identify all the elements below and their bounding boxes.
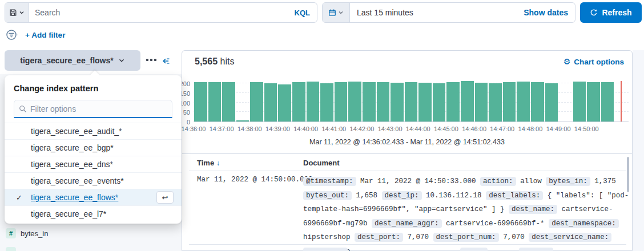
- hits-label: hits: [220, 56, 235, 66]
- histogram-bar[interactable]: [222, 82, 235, 122]
- saved-query-menu-button[interactable]: [5, 3, 29, 22]
- x-axis-tick-label: 14:43:00: [378, 126, 402, 132]
- change-index-pattern-popover: Change index pattern tigera_secure_ee_au…: [5, 75, 182, 224]
- histogram-bar[interactable]: [250, 82, 263, 122]
- check-icon: ✓: [16, 193, 22, 202]
- table-scrollbar[interactable]: [627, 157, 629, 192]
- show-dates-link[interactable]: Show dates: [524, 8, 568, 17]
- histogram-bar[interactable]: [278, 84, 291, 122]
- column-header-document: Document: [303, 159, 340, 167]
- time-range-value[interactable]: Last 15 minutes: [357, 8, 524, 17]
- histogram-bar[interactable]: [208, 82, 222, 122]
- histogram-bar[interactable]: [587, 82, 600, 122]
- boxes-horizontal-icon[interactable]: [146, 59, 156, 61]
- document-field-name: dest_name:: [509, 205, 557, 214]
- add-filter-link[interactable]: + Add filter: [25, 31, 65, 39]
- histogram-bar[interactable]: [531, 82, 544, 122]
- chart-options-link[interactable]: ⚙ Chart options: [564, 57, 624, 66]
- search-input[interactable]: [29, 3, 288, 22]
- global-filter-icon[interactable]: [6, 29, 18, 41]
- divider: [182, 153, 632, 154]
- x-axis-tick-label: 14:40:00: [293, 126, 318, 132]
- return-key-icon: ↩: [156, 191, 174, 204]
- histogram-bar[interactable]: [573, 82, 586, 122]
- histogram-bar[interactable]: [292, 82, 305, 122]
- field-name: bytes_in: [21, 229, 48, 238]
- histogram-bar[interactable]: [545, 83, 558, 122]
- histogram-bar[interactable]: [320, 83, 333, 122]
- histogram-bar[interactable]: [335, 82, 348, 122]
- index-pattern-filter-input[interactable]: [30, 104, 167, 114]
- index-pattern-option-label: tigera_secure_ee_events*: [31, 176, 124, 185]
- time-range-caption: Mar 11, 2022 @ 14:36:02.433 - Mar 11, 20…: [182, 138, 632, 146]
- row-time-cell: Mar 11, 2022 @ 14:50:00.000: [197, 176, 313, 184]
- index-pattern-option-label: tigera_secure_ee_dns*: [31, 160, 113, 169]
- sidebar-field-bytes-in[interactable]: # bytes_in: [6, 228, 48, 238]
- query-bar: KQL: [5, 2, 317, 23]
- discover-results-panel: 5,565 hits ⚙ Chart options 2001501005001…: [182, 50, 633, 251]
- x-axis-tick-label: 14:37:00: [210, 126, 234, 132]
- hits-count: 5,565 hits: [195, 56, 234, 67]
- histogram-bar[interactable]: [391, 83, 404, 122]
- histogram-bar[interactable]: [475, 83, 488, 122]
- document-field-value: allow: [520, 177, 542, 185]
- chevron-down-icon: [338, 10, 344, 15]
- column-header-time-label: Time: [197, 159, 214, 167]
- index-pattern-option[interactable]: tigera_secure_ee_audit_*: [5, 123, 182, 139]
- current-time-marker: [621, 81, 622, 122]
- histogram-bar[interactable]: [601, 82, 614, 122]
- refresh-button-label: Refresh: [602, 8, 631, 17]
- x-axis-tick-label: 14:47:00: [490, 126, 514, 132]
- index-pattern-option[interactable]: tigera_secure_ee_l7*: [5, 205, 182, 222]
- gear-icon: ⚙: [564, 57, 571, 66]
- refresh-button[interactable]: Refresh: [580, 2, 642, 23]
- document-field-name: dest_port:: [355, 233, 403, 242]
- index-pattern-switcher-button[interactable]: tigera_secure_ee_flows*: [5, 50, 140, 71]
- document-field-value: 10.136.112.18: [426, 192, 482, 200]
- histogram-bar[interactable]: [363, 82, 376, 122]
- next-row-field-badge: [303, 248, 348, 251]
- x-axis-tick-label: 14:39:00: [265, 126, 290, 132]
- histogram-bar[interactable]: [236, 120, 249, 122]
- collapse-sidebar-icon[interactable]: [161, 56, 171, 66]
- histogram-bar[interactable]: [503, 82, 516, 122]
- histogram-bar[interactable]: [517, 82, 530, 122]
- divider: [189, 171, 626, 171]
- histogram-bar[interactable]: [194, 82, 207, 122]
- document-field-name: dest_namespace:: [549, 219, 619, 228]
- index-pattern-option[interactable]: tigera_secure_ee_dns*: [5, 156, 182, 172]
- index-pattern-option-label: tigera_secure_ee_bgp*: [31, 143, 114, 152]
- histogram-bar[interactable]: [405, 82, 418, 122]
- x-axis-tick-label: 14:42:00: [350, 126, 375, 132]
- index-pattern-option[interactable]: ✓tigera_secure_ee_flows*↩: [5, 189, 182, 205]
- document-field-name: bytes_out:: [303, 191, 352, 200]
- histogram-bar[interactable]: [418, 83, 432, 122]
- histogram-bar[interactable]: [461, 81, 474, 122]
- index-pattern-option-label: tigera_secure_ee_flows*: [31, 193, 118, 202]
- index-pattern-option[interactable]: tigera_secure_ee_bgp*: [5, 139, 182, 156]
- x-axis-tick-label: 14:46:00: [462, 126, 486, 132]
- histogram-bar[interactable]: [264, 83, 277, 122]
- histogram-bar[interactable]: [377, 82, 390, 122]
- document-field-value: 7,070: [503, 233, 525, 241]
- chevron-down-icon: [19, 10, 25, 15]
- document-field-value: hipstershop: [303, 233, 351, 241]
- histogram-chart[interactable]: 20015010050014:36:0014:37:0014:38:0014:3…: [194, 81, 629, 122]
- date-picker: Last 15 minutes Show dates: [322, 2, 575, 23]
- histogram-bar[interactable]: [433, 83, 446, 122]
- histogram-bar[interactable]: [348, 82, 361, 122]
- column-header-time[interactable]: Time↓: [197, 159, 220, 167]
- index-pattern-switcher-label: tigera_secure_ee_flows*: [20, 56, 113, 65]
- query-language-badge[interactable]: KQL: [288, 3, 317, 22]
- histogram-bar[interactable]: [307, 82, 320, 122]
- histogram-bar[interactable]: [489, 83, 502, 122]
- index-pattern-list: tigera_secure_ee_audit_*tigera_secure_ee…: [5, 123, 182, 222]
- sort-descending-icon[interactable]: ↓: [216, 159, 220, 167]
- x-axis-tick-label: 14:36:00: [182, 126, 206, 132]
- index-pattern-option[interactable]: tigera_secure_ee_events*: [5, 172, 182, 189]
- histogram-bar[interactable]: [446, 82, 460, 122]
- x-axis-tick-label: 14:45:00: [434, 126, 458, 132]
- quick-select-button[interactable]: [323, 3, 350, 22]
- row-document-cell[interactable]: @timestamp: Mar 11, 2022 @ 14:50:33.000 …: [303, 175, 631, 251]
- document-field-name: dest_ip:: [382, 191, 422, 200]
